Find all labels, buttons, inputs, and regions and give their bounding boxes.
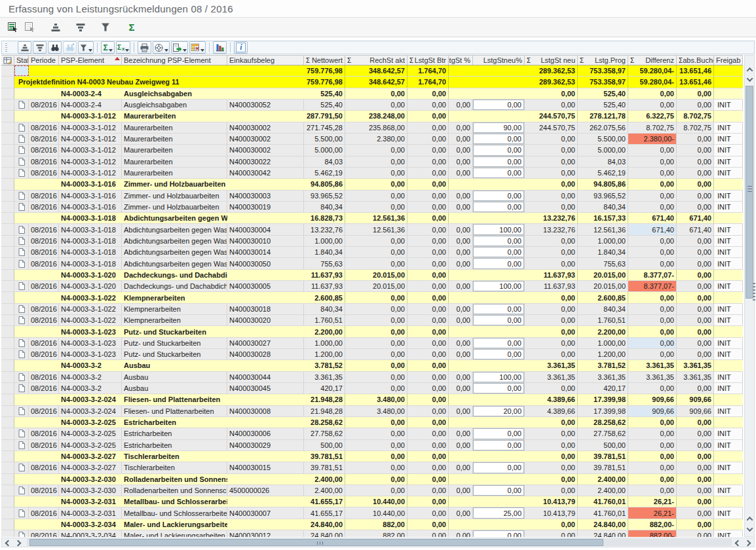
- cell-stat[interactable]: [14, 191, 29, 201]
- row-selector[interactable]: [1, 406, 14, 416]
- row-selector[interactable]: [1, 191, 14, 201]
- scroll-left-button-right[interactable]: [733, 538, 742, 547]
- column-header-rech[interactable]: ΣRechSt akt: [345, 56, 407, 65]
- column-header-abs[interactable]: Σabs.Buchg: [677, 56, 714, 65]
- cell-stat[interactable]: [14, 372, 29, 382]
- column-header-frg[interactable]: Freigab: [714, 56, 743, 65]
- row-selector[interactable]: [1, 338, 14, 348]
- cell-stat[interactable]: [14, 507, 29, 518]
- row-selector[interactable]: [1, 349, 14, 359]
- row-selector[interactable]: [1, 315, 14, 325]
- row-selector[interactable]: [1, 236, 14, 246]
- column-header-neu[interactable]: ΣLstgSt neu: [525, 56, 578, 65]
- cell-stat[interactable]: [14, 258, 29, 268]
- cell-npct[interactable]: 0,00: [473, 440, 525, 450]
- cell-npct[interactable]: 0,00: [473, 202, 525, 212]
- row-selector[interactable]: [1, 462, 14, 473]
- cell-stat[interactable]: [14, 338, 29, 348]
- row-selector[interactable]: [1, 247, 14, 257]
- vertical-scroll-thumb[interactable]: [746, 86, 753, 299]
- column-header-net[interactable]: ΣNettowert: [304, 56, 345, 65]
- filter-button[interactable]: [97, 20, 114, 35]
- cell-npct[interactable]: 0,00: [473, 100, 525, 110]
- scroll-right-button-right[interactable]: [743, 538, 752, 547]
- row-selector[interactable]: [1, 202, 14, 212]
- cell-stat[interactable]: [14, 349, 29, 359]
- row-selector[interactable]: [1, 519, 14, 530]
- row-selector[interactable]: [1, 326, 14, 337]
- row-selector[interactable]: [1, 360, 14, 371]
- row-selector[interactable]: [1, 213, 14, 223]
- cell-stat[interactable]: [14, 168, 29, 178]
- set-filter-button[interactable]: [78, 41, 94, 54]
- choose-details-button[interactable]: [4, 20, 21, 35]
- row-selector[interactable]: [1, 372, 14, 382]
- cell-stat[interactable]: [14, 383, 29, 394]
- row-selector[interactable]: [1, 145, 14, 155]
- cell-stat[interactable]: [14, 440, 29, 450]
- cell-stat[interactable]: [14, 236, 29, 246]
- cell-stat[interactable]: [14, 145, 29, 155]
- total-button[interactable]: Σ: [123, 20, 140, 35]
- row-selector[interactable]: [1, 496, 14, 507]
- row-selector[interactable]: [1, 156, 14, 167]
- cell-npct[interactable]: 0,00: [473, 168, 525, 178]
- cell-npct[interactable]: 0,00: [473, 258, 525, 268]
- cell-stat[interactable]: [14, 156, 29, 167]
- row-selector[interactable]: [1, 224, 14, 234]
- choose-layout-button[interactable]: [189, 41, 206, 54]
- horizontal-scroll-thumb[interactable]: [29, 539, 603, 546]
- choose-details-alt-button[interactable]: [21, 20, 38, 35]
- row-selector[interactable]: [1, 451, 14, 462]
- row-selector[interactable]: [1, 258, 14, 268]
- cell-npct[interactable]: 0,00: [473, 349, 525, 359]
- cell-npct[interactable]: 0,00: [473, 236, 525, 246]
- info-button[interactable]: i: [234, 41, 248, 54]
- cell-stat[interactable]: [14, 224, 29, 234]
- cell-stat[interactable]: [14, 202, 29, 212]
- scroll-right-button[interactable]: [13, 538, 22, 547]
- cell-stat[interactable]: [14, 122, 29, 133]
- cell-stat[interactable]: [14, 462, 29, 473]
- grid-sort-ascending-button[interactable]: [18, 41, 31, 54]
- column-header-btr[interactable]: ΣLstgSt Btr: [407, 56, 449, 65]
- row-selector[interactable]: [1, 179, 14, 189]
- cell-stat[interactable]: [14, 281, 29, 291]
- column-header-ek[interactable]: Einkaufsbeleg: [227, 56, 304, 65]
- row-selector[interactable]: [1, 394, 14, 405]
- column-header-pct[interactable]: LstgSt %: [449, 56, 473, 65]
- cell-npct[interactable]: 20,00: [473, 406, 525, 416]
- row-selector[interactable]: [1, 111, 14, 121]
- sort-ascending-button[interactable]: [47, 20, 64, 35]
- row-selector[interactable]: [1, 88, 14, 99]
- graphics-button[interactable]: [213, 41, 227, 54]
- cell-cursor[interactable]: [14, 65, 29, 76]
- export-button[interactable]: [171, 41, 188, 54]
- cell-stat[interactable]: [14, 485, 29, 496]
- scroll-down-button[interactable]: [745, 75, 754, 84]
- row-selector[interactable]: [1, 281, 14, 291]
- print-button[interactable]: [138, 41, 151, 54]
- toolbar-grip[interactable]: [5, 43, 7, 52]
- cell-stat[interactable]: [14, 247, 29, 257]
- row-selector[interactable]: [1, 440, 14, 450]
- row-selector[interactable]: [1, 100, 14, 110]
- scroll-up-button[interactable]: [745, 65, 754, 74]
- cell-stat[interactable]: [14, 304, 29, 314]
- cell-stat[interactable]: [14, 134, 29, 144]
- cell-npct[interactable]: 0,00: [473, 145, 525, 155]
- horizontal-scrollbar[interactable]: [1, 538, 755, 547]
- cell-npct[interactable]: 0,00: [473, 191, 525, 201]
- find-next-button[interactable]: [63, 41, 77, 54]
- column-header-psp[interactable]: PSP-Element: [59, 56, 122, 65]
- row-selector[interactable]: [1, 474, 14, 485]
- row-selector[interactable]: [1, 530, 14, 537]
- grid-sort-descending-button[interactable]: [33, 41, 47, 54]
- print-preview-button[interactable]: [153, 41, 170, 54]
- row-selector[interactable]: [1, 507, 14, 518]
- sort-descending-button[interactable]: [72, 20, 89, 35]
- cell-npct[interactable]: 0,00: [473, 530, 525, 537]
- cell-stat[interactable]: [14, 100, 29, 110]
- cell-stat[interactable]: [14, 428, 29, 439]
- row-selector[interactable]: [1, 134, 14, 144]
